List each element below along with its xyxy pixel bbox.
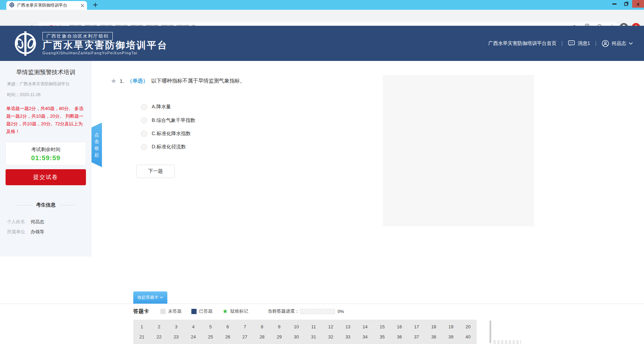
mark-difficult-star-icon[interactable]: ★	[111, 78, 117, 84]
question-number-cell[interactable]: 13	[339, 322, 356, 332]
option-d[interactable]: D.标准化径流数	[141, 144, 186, 150]
question-number-cell[interactable]: 39	[442, 332, 459, 342]
examinee-name-row: 个人姓名 何品志	[7, 219, 87, 225]
question-number-cell[interactable]: 25	[202, 332, 219, 342]
question-number-cell[interactable]: 35	[374, 332, 391, 342]
progress-bar	[300, 309, 335, 314]
question-number-cell[interactable]: 19	[442, 322, 459, 332]
home-link[interactable]: 广西水旱灾害防御培训平台首页	[488, 40, 556, 47]
timer-value: 01:59:59	[6, 154, 86, 162]
question-number-cell[interactable]: 4	[185, 322, 202, 332]
question-type-tag: （单选）	[127, 78, 148, 84]
answer-card-title: 答题卡	[133, 308, 149, 315]
radio-icon[interactable]	[141, 117, 147, 124]
right-placeholder-panel	[383, 75, 534, 226]
question-number-cell[interactable]: 21	[133, 332, 150, 342]
platform-logo-icon	[13, 31, 38, 58]
restore-icon	[624, 2, 628, 6]
question-number-cell[interactable]: 11	[305, 322, 322, 332]
answered-label: 已答题	[199, 308, 213, 314]
answered-swatch	[191, 309, 197, 314]
user-name: 何品志	[612, 40, 626, 47]
header-nav: 广西水旱灾害防御培训平台首页 消息1 何品志	[488, 26, 633, 61]
option-b[interactable]: B.综合气象干旱指数	[141, 117, 195, 124]
close-icon: x	[637, 2, 639, 6]
question-number-cell[interactable]: 34	[357, 332, 374, 342]
nav-divider	[596, 41, 596, 46]
answer-card-divider	[0, 304, 644, 304]
exam-rules: 单选题一题2分，共40题，80分。 多选题一题2分，共10题，20分。 判断题一…	[6, 105, 85, 135]
question-number-cell[interactable]: 9	[271, 322, 288, 332]
chevron-down-icon	[160, 296, 163, 299]
timer-card: 考试剩余时间 01:59:59	[6, 142, 86, 165]
question-number-cell[interactable]: 40	[460, 332, 477, 342]
question-number: 1.	[120, 78, 124, 84]
answer-card-scrollbar[interactable]	[490, 320, 491, 343]
difficult-mark-label: 疑难标记	[230, 308, 248, 314]
unanswered-swatch	[160, 309, 166, 314]
app-header: 广西壮族自治区水利厅组织 广西水旱灾害防御培训平台 GuangXiShuiHan…	[0, 26, 644, 61]
question-number-cell[interactable]: 29	[271, 332, 288, 342]
course-time: 时间：2020-11-26	[7, 92, 92, 98]
messages-button[interactable]: 消息1	[568, 40, 590, 47]
browser-toolbar: 不安全 tinue=false&id=51&learnCourseID=105&…	[0, 10, 644, 25]
question-number-cell[interactable]: 24	[185, 332, 202, 342]
unanswered-label: 未答题	[168, 308, 182, 314]
question-number-cell[interactable]: 18	[425, 322, 442, 332]
question-number-cell[interactable]: 26	[219, 332, 236, 342]
radio-icon[interactable]	[141, 144, 147, 150]
question-number-cell[interactable]: 12	[322, 322, 339, 332]
user-icon	[602, 40, 609, 47]
question-number-cell[interactable]: 20	[460, 322, 477, 332]
question-number-cell[interactable]: 1	[133, 322, 150, 332]
question-number-cell[interactable]: 2	[150, 322, 167, 332]
window-restore-button[interactable]	[620, 0, 632, 8]
question-number-cell[interactable]: 17	[408, 322, 425, 332]
new-tab-button[interactable]	[93, 2, 98, 8]
question-number-cell[interactable]: 33	[339, 332, 356, 342]
question-number-cell[interactable]: 8	[253, 322, 270, 332]
progress-percent: 0%	[337, 309, 344, 314]
tab-title: 广西水旱灾害防御培训平台	[17, 2, 78, 8]
next-question-button[interactable]: 下一题	[136, 165, 175, 178]
question-number-cell[interactable]: 10	[288, 322, 305, 332]
question-number-cell[interactable]: 16	[391, 322, 408, 332]
window-close-button[interactable]: x	[632, 0, 644, 8]
user-menu[interactable]: 何品志	[602, 40, 633, 47]
option-a[interactable]: A.降水量	[141, 104, 171, 110]
question-number-cell[interactable]: 3	[168, 322, 185, 332]
answer-card-legend: 答题卡 未答题 已答题 ★ 疑难标记 当前答题进度： 0%	[133, 307, 344, 315]
submit-exam-button[interactable]: 提交试卷	[6, 169, 86, 185]
question-number-cell[interactable]: 30	[288, 332, 305, 342]
browser-tab[interactable]: 广西水旱灾害防御培训平台	[6, 1, 87, 10]
unit-label: 所属单位	[7, 229, 31, 235]
examinee-unit-row: 所属单位 办领导	[7, 229, 87, 235]
question-number-cell[interactable]: 36	[391, 332, 408, 342]
window-controls: x	[609, 0, 644, 8]
question-number-cell[interactable]: 7	[236, 322, 253, 332]
question-number-cell[interactable]: 28	[253, 332, 270, 342]
messages-label: 消息1	[578, 40, 590, 47]
question-number-cell[interactable]: 23	[168, 332, 185, 342]
window-minimize-button[interactable]	[609, 0, 620, 8]
timer-label: 考试剩余时间	[6, 147, 86, 153]
question-number-cell[interactable]: 15	[374, 322, 391, 332]
question-number-cell[interactable]: 14	[357, 322, 374, 332]
question-number-cell[interactable]: 31	[305, 332, 322, 342]
question-number-cell[interactable]: 37	[408, 332, 425, 342]
radio-icon[interactable]	[141, 131, 147, 137]
course-source: 来源：广西水旱灾害防御培训平台	[7, 81, 92, 87]
question-number-cell[interactable]: 38	[425, 332, 442, 342]
question-number-cell[interactable]: 22	[150, 332, 167, 342]
sidebar-collapse-tab[interactable]: 点击收起	[92, 123, 102, 167]
question-number-cell[interactable]: 32	[322, 332, 339, 342]
chevron-down-icon	[629, 42, 633, 45]
question-number-cell[interactable]: 5	[202, 322, 219, 332]
favicon-logo-icon	[9, 2, 15, 9]
tab-close-icon[interactable]	[81, 4, 84, 7]
question-number-cell[interactable]: 6	[219, 322, 236, 332]
answer-card-toggle[interactable]: 收起答题卡	[133, 291, 167, 304]
option-c[interactable]: C.标准化降水指数	[141, 131, 191, 137]
radio-icon[interactable]	[141, 104, 147, 110]
question-number-cell[interactable]: 27	[236, 332, 253, 342]
